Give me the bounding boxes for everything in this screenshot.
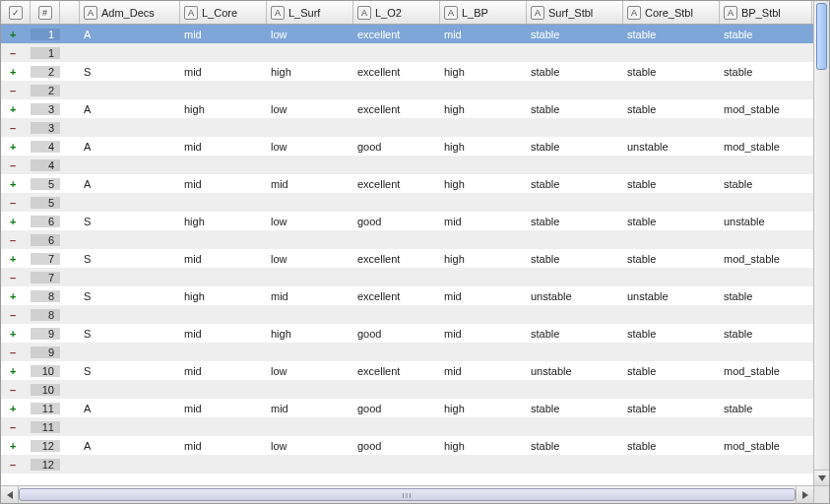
cell-adm[interactable]: A <box>80 29 180 40</box>
table-row[interactable]: +4Amidlowgoodhighstableunstablemod_stabl… <box>1 137 813 156</box>
cell-adm[interactable]: A <box>80 178 180 190</box>
table-row[interactable]: +12Amidlowgoodhighstablestablemod_stable <box>1 436 813 455</box>
expand-toggle[interactable]: + <box>1 66 31 78</box>
cell-bps[interactable]: stable <box>720 328 812 340</box>
collapse-toggle[interactable]: – <box>1 197 31 209</box>
table-row[interactable]: +10Smidlowexcellentmidunstablestablemod_… <box>1 361 813 380</box>
cell-cores[interactable]: stable <box>623 216 720 227</box>
cell-bps[interactable]: stable <box>720 178 812 190</box>
table-row[interactable]: –6 <box>1 230 813 249</box>
table-row[interactable]: +8Shighmidexcellentmidunstableunstablest… <box>1 286 813 305</box>
table-row[interactable]: –7 <box>1 268 813 286</box>
scroll-left-button[interactable] <box>1 486 19 503</box>
collapse-toggle[interactable]: – <box>1 459 31 471</box>
cell-cores[interactable]: stable <box>623 103 720 115</box>
table-row[interactable]: –5 <box>1 193 813 212</box>
cell-cores[interactable]: stable <box>623 253 720 265</box>
cell-lcore[interactable]: mid <box>180 29 267 40</box>
expand-toggle[interactable]: + <box>1 440 31 452</box>
cell-cores[interactable]: stable <box>623 328 720 340</box>
cell-adm[interactable]: A <box>80 440 180 452</box>
collapse-toggle[interactable]: – <box>1 47 31 59</box>
cell-lsurf[interactable]: low <box>267 216 353 227</box>
cell-lo2[interactable]: good <box>353 141 440 153</box>
cell-lo2[interactable]: good <box>353 440 440 452</box>
table-row[interactable]: +9Smidhighgoodmidstablestablestable <box>1 324 813 343</box>
table-row[interactable]: –4 <box>1 156 813 174</box>
cell-lsurf[interactable]: high <box>267 328 353 340</box>
column-header-surf-stbl[interactable]: A Surf_Stbl <box>527 1 623 24</box>
cell-lbp[interactable]: mid <box>440 290 527 302</box>
table-row[interactable]: –11 <box>1 417 813 436</box>
vertical-scroll-thumb[interactable] <box>816 3 827 70</box>
cell-surfs[interactable]: unstable <box>527 290 623 302</box>
cell-lcore[interactable]: high <box>180 216 267 227</box>
cell-lcore[interactable]: mid <box>180 141 267 153</box>
table-row[interactable]: –10 <box>1 380 813 399</box>
cell-lo2[interactable]: excellent <box>353 178 440 190</box>
cell-lcore[interactable]: mid <box>180 178 267 190</box>
collapse-toggle[interactable]: – <box>1 85 31 96</box>
cell-lsurf[interactable]: low <box>267 141 353 153</box>
cell-lbp[interactable]: high <box>440 66 527 78</box>
cell-adm[interactable]: S <box>80 365 180 377</box>
column-header-l-surf[interactable]: A L_Surf <box>267 1 353 24</box>
cell-lbp[interactable]: high <box>440 440 527 452</box>
table-row[interactable]: +2Smidhighexcellenthighstablestablestabl… <box>1 62 813 81</box>
cell-lcore[interactable]: mid <box>180 440 267 452</box>
cell-surfs[interactable]: stable <box>527 141 623 153</box>
column-header-adm-decs[interactable]: A Adm_Decs <box>80 1 180 24</box>
cell-lbp[interactable]: high <box>440 141 527 153</box>
cell-lcore[interactable]: mid <box>180 403 267 414</box>
collapse-toggle[interactable]: – <box>1 421 31 433</box>
cell-surfs[interactable]: stable <box>527 66 623 78</box>
vertical-scrollbar[interactable] <box>813 1 829 485</box>
horizontal-scroll-thumb[interactable]: ııı <box>19 488 796 501</box>
cell-lbp[interactable]: high <box>440 103 527 115</box>
cell-lo2[interactable]: excellent <box>353 103 440 115</box>
cell-lbp[interactable]: mid <box>440 216 527 227</box>
cell-adm[interactable]: S <box>80 328 180 340</box>
cell-surfs[interactable]: stable <box>527 403 623 414</box>
cell-adm[interactable]: S <box>80 253 180 265</box>
collapse-toggle[interactable]: – <box>1 346 31 358</box>
table-row[interactable]: +7Smidlowexcellenthighstablestablemod_st… <box>1 249 813 268</box>
collapse-toggle[interactable]: – <box>1 384 31 396</box>
cell-adm[interactable]: A <box>80 103 180 115</box>
cell-bps[interactable]: mod_stable <box>720 440 812 452</box>
expand-toggle[interactable]: + <box>1 328 31 340</box>
collapse-toggle[interactable]: – <box>1 159 31 171</box>
scroll-right-button[interactable] <box>796 486 813 503</box>
cell-bps[interactable]: stable <box>720 66 812 78</box>
expand-toggle[interactable]: + <box>1 365 31 377</box>
expand-toggle[interactable]: + <box>1 178 31 190</box>
cell-bps[interactable]: stable <box>720 403 812 414</box>
expand-toggle[interactable]: + <box>1 216 31 227</box>
cell-surfs[interactable]: stable <box>527 178 623 190</box>
cell-cores[interactable]: stable <box>623 29 720 40</box>
cell-lcore[interactable]: mid <box>180 66 267 78</box>
cell-lbp[interactable]: high <box>440 403 527 414</box>
horizontal-scrollbar[interactable]: ııı <box>1 485 813 503</box>
cell-cores[interactable]: stable <box>623 66 720 78</box>
cell-lcore[interactable]: high <box>180 103 267 115</box>
table-row[interactable]: +3Ahighlowexcellenthighstablestablemod_s… <box>1 99 813 118</box>
cell-lbp[interactable]: mid <box>440 365 527 377</box>
cell-surfs[interactable]: stable <box>527 328 623 340</box>
cell-surfs[interactable]: unstable <box>527 365 623 377</box>
expand-toggle[interactable]: + <box>1 290 31 302</box>
cell-lsurf[interactable]: mid <box>267 290 353 302</box>
cell-surfs[interactable]: stable <box>527 29 623 40</box>
cell-cores[interactable]: stable <box>623 365 720 377</box>
column-header-bp-stbl[interactable]: A BP_Stbl <box>720 1 812 24</box>
table-row[interactable]: –8 <box>1 305 813 324</box>
column-header-core-stbl[interactable]: A Core_Stbl <box>623 1 720 24</box>
cell-cores[interactable]: stable <box>623 178 720 190</box>
cell-lsurf[interactable]: high <box>267 66 353 78</box>
expand-toggle[interactable]: + <box>1 141 31 153</box>
horizontal-scroll-track[interactable]: ııı <box>19 488 796 501</box>
cell-lo2[interactable]: good <box>353 216 440 227</box>
expand-toggle[interactable]: + <box>1 253 31 265</box>
cell-cores[interactable]: unstable <box>623 141 720 153</box>
column-header-select[interactable]: ✓ <box>1 1 31 24</box>
